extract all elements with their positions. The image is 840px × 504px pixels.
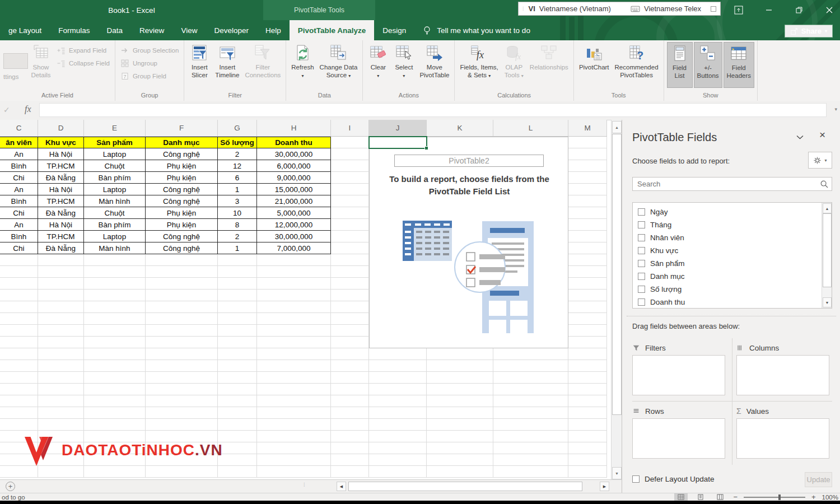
field-list-button[interactable]: FieldList <box>667 42 693 88</box>
pivotchart-button[interactable]: PivotChart <box>576 42 612 88</box>
cell[interactable] <box>257 313 331 325</box>
cell[interactable] <box>331 466 369 478</box>
cell[interactable] <box>146 466 218 478</box>
column-header-D[interactable]: D <box>38 120 84 136</box>
cell[interactable] <box>427 442 493 454</box>
cell[interactable] <box>369 348 427 360</box>
column-header-K[interactable]: K <box>427 120 493 136</box>
cell[interactable] <box>38 337 84 348</box>
table-cell[interactable]: Đà Nẵng <box>38 207 84 219</box>
cell[interactable] <box>84 301 146 313</box>
table-cell[interactable]: Công nghệ <box>146 184 218 195</box>
field-checkbox[interactable] <box>638 221 645 228</box>
cell[interactable] <box>427 395 493 407</box>
values-dropzone[interactable] <box>736 418 829 459</box>
cell[interactable] <box>84 372 146 384</box>
table-cell[interactable]: Đà Nẵng <box>38 242 84 254</box>
cell[interactable] <box>568 348 607 360</box>
cell[interactable] <box>568 278 607 290</box>
cell[interactable] <box>257 454 331 466</box>
cell[interactable] <box>84 384 146 395</box>
cell[interactable] <box>331 419 369 431</box>
table-cell[interactable]: Laptop <box>84 148 146 160</box>
column-header-L[interactable]: L <box>493 120 568 136</box>
table-cell[interactable]: Chuột <box>84 160 146 172</box>
cell[interactable] <box>493 372 568 384</box>
cell[interactable] <box>84 290 146 301</box>
cell[interactable] <box>38 384 84 395</box>
cell[interactable] <box>427 384 493 395</box>
cell[interactable] <box>146 278 218 290</box>
tab-formulas[interactable]: Formulas <box>50 20 98 40</box>
cell[interactable] <box>493 407 568 419</box>
cell[interactable] <box>568 395 607 407</box>
table-header-cell[interactable]: ân viên <box>0 137 38 148</box>
zoom-out-icon[interactable]: − <box>733 493 738 501</box>
columns-dropzone[interactable] <box>736 355 829 395</box>
cell[interactable] <box>257 360 331 372</box>
cell[interactable] <box>369 431 427 442</box>
cell[interactable] <box>427 419 493 431</box>
cell[interactable] <box>257 278 331 290</box>
restore-button[interactable] <box>794 5 804 15</box>
move-pivottable-button[interactable]: MovePivotTable <box>417 42 452 88</box>
table-cell[interactable]: 3 <box>218 195 257 207</box>
cell[interactable] <box>218 290 257 301</box>
cell[interactable] <box>218 360 257 372</box>
table-header-cell[interactable]: Danh mục <box>146 137 218 148</box>
cell[interactable] <box>38 407 84 419</box>
insert-timeline-button[interactable]: InsertTimeline <box>212 42 242 88</box>
cell[interactable] <box>568 290 607 301</box>
search-box[interactable] <box>632 177 832 191</box>
cell[interactable] <box>331 395 369 407</box>
tab-help[interactable]: Help <box>257 20 290 40</box>
cell[interactable] <box>257 348 331 360</box>
cell[interactable] <box>218 278 257 290</box>
cell[interactable] <box>84 419 146 431</box>
cell[interactable] <box>331 348 369 360</box>
cell[interactable] <box>146 384 218 395</box>
page-layout-view-button[interactable] <box>694 493 707 501</box>
cell[interactable] <box>568 195 607 207</box>
tab-view[interactable]: View <box>172 20 206 40</box>
field-list-scrollbar[interactable]: ▲ ▼ <box>822 203 832 308</box>
table-cell[interactable]: 30,000,000 <box>257 148 331 160</box>
cell[interactable] <box>331 195 369 207</box>
cell[interactable] <box>146 395 218 407</box>
cell[interactable] <box>84 337 146 348</box>
vertical-scrollbar-thumb[interactable] <box>612 134 622 415</box>
rows-area[interactable]: Rows <box>632 404 725 459</box>
columns-area[interactable]: Columns <box>736 340 829 395</box>
cell[interactable] <box>493 348 568 360</box>
table-header-cell[interactable]: Khu vực <box>38 137 84 148</box>
cell[interactable] <box>38 395 84 407</box>
tab-design[interactable]: Design <box>374 20 414 40</box>
cell[interactable] <box>0 266 38 278</box>
cell[interactable] <box>331 266 369 278</box>
cell[interactable] <box>0 301 38 313</box>
insert-slicer-button[interactable]: InsertSlicer <box>186 42 212 88</box>
cell[interactable] <box>568 219 607 231</box>
table-header-cell[interactable]: Doanh thu <box>257 137 331 148</box>
cell[interactable] <box>257 266 331 278</box>
table-cell[interactable]: Công nghệ <box>146 195 218 207</box>
cell[interactable] <box>257 466 331 478</box>
table-cell[interactable]: Chi <box>0 207 38 219</box>
vertical-scrollbar[interactable]: ▲ ▼ <box>611 120 622 480</box>
field-item-nh-n-vi-n[interactable]: Nhân viên <box>638 231 832 244</box>
table-cell[interactable]: TP.HCM <box>38 231 84 242</box>
search-input[interactable] <box>633 178 832 190</box>
cell[interactable] <box>568 313 607 325</box>
cell[interactable] <box>331 337 369 348</box>
table-cell[interactable]: 12 <box>218 160 257 172</box>
cell[interactable] <box>331 148 369 160</box>
cell[interactable] <box>568 254 607 266</box>
cell[interactable] <box>0 395 38 407</box>
field-item-s-l-ng[interactable]: Số lượng <box>638 283 832 296</box>
cell[interactable] <box>257 431 331 442</box>
field-item-s-n-ph-m[interactable]: Sản phẩm <box>638 257 832 270</box>
cell[interactable] <box>218 372 257 384</box>
cell[interactable] <box>331 360 369 372</box>
table-cell[interactable]: Màn hình <box>84 242 146 254</box>
cell[interactable] <box>218 254 257 266</box>
